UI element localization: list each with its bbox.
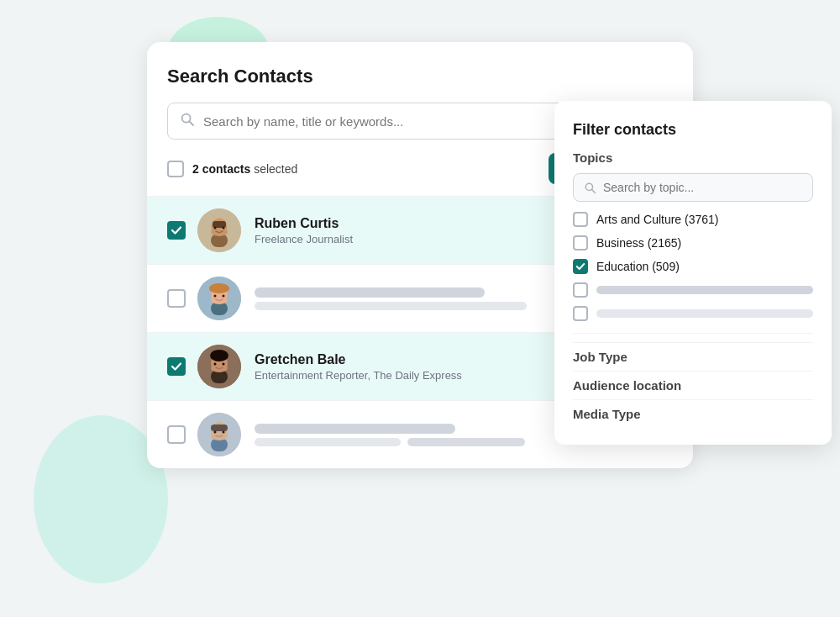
filter-checkbox-business[interactable] [573, 235, 588, 250]
filter-option-blurred-2 [573, 306, 813, 321]
filter-panel: Filter contacts Topics Arts and Culture … [554, 101, 832, 445]
blurred-name-2 [255, 287, 485, 298]
select-all-checkbox[interactable] [167, 161, 184, 177]
svg-point-29 [214, 431, 217, 434]
filter-option-business: Business (2165) [573, 235, 813, 250]
svg-point-21 [210, 350, 228, 361]
filter-option-arts: Arts and Culture (3761) [573, 212, 813, 227]
svg-point-8 [214, 227, 217, 229]
svg-line-1 [189, 121, 193, 125]
contact-checkbox-4[interactable] [167, 425, 186, 444]
blurred-title-4b [407, 438, 524, 446]
avatar-contact2 [197, 277, 241, 320]
avatar-contact4 [197, 413, 241, 456]
contact-checkbox-ruben[interactable] [167, 221, 186, 240]
svg-point-30 [223, 431, 225, 434]
contact-checkbox-gretchen[interactable] [167, 357, 186, 376]
job-type-section[interactable]: Job Type [573, 342, 813, 371]
filter-option-blurred-1 [573, 282, 813, 298]
topics-search-input[interactable] [603, 181, 802, 194]
filter-label-business: Business (2165) [596, 236, 681, 250]
svg-rect-28 [211, 425, 228, 431]
blurred-title-2 [255, 302, 527, 310]
blurred-filter-1 [596, 286, 813, 294]
filter-checkbox-arts[interactable] [573, 212, 588, 227]
svg-point-22 [214, 363, 217, 366]
page-title: Search Contacts [167, 66, 673, 87]
filter-checkbox-education[interactable] [573, 259, 588, 274]
scene: Search Contacts 2 contacts selected Add … [17, 17, 823, 617]
blurred-title-4a [255, 438, 401, 446]
blurred-filter-2 [596, 309, 813, 318]
topics-search-box [573, 173, 813, 202]
filter-checkbox-blurred-1[interactable] [573, 282, 588, 298]
svg-point-9 [223, 227, 225, 229]
svg-point-14 [209, 283, 229, 293]
topics-search-icon [584, 182, 596, 194]
filter-label-education: Education (509) [596, 260, 680, 273]
filter-divider [573, 333, 813, 334]
media-type-section[interactable]: Media Type [573, 399, 813, 428]
svg-point-15 [214, 295, 217, 298]
filter-label-arts: Arts and Culture (3761) [596, 213, 719, 226]
topics-label: Topics [573, 150, 813, 165]
svg-point-23 [223, 363, 225, 366]
blurred-name-4 [255, 424, 455, 434]
avatar-gretchen [197, 345, 241, 388]
filter-checkbox-blurred-2[interactable] [573, 306, 588, 321]
selection-count-text: 2 contacts selected [192, 162, 549, 176]
filter-panel-title: Filter contacts [573, 121, 813, 139]
filter-option-education: Education (509) [573, 259, 813, 274]
avatar-ruben [197, 208, 241, 252]
audience-location-section[interactable]: Audience location [573, 371, 813, 399]
svg-line-32 [591, 189, 595, 192]
search-icon [180, 112, 195, 130]
contact-checkbox-2[interactable] [167, 289, 186, 308]
svg-point-16 [223, 295, 225, 298]
